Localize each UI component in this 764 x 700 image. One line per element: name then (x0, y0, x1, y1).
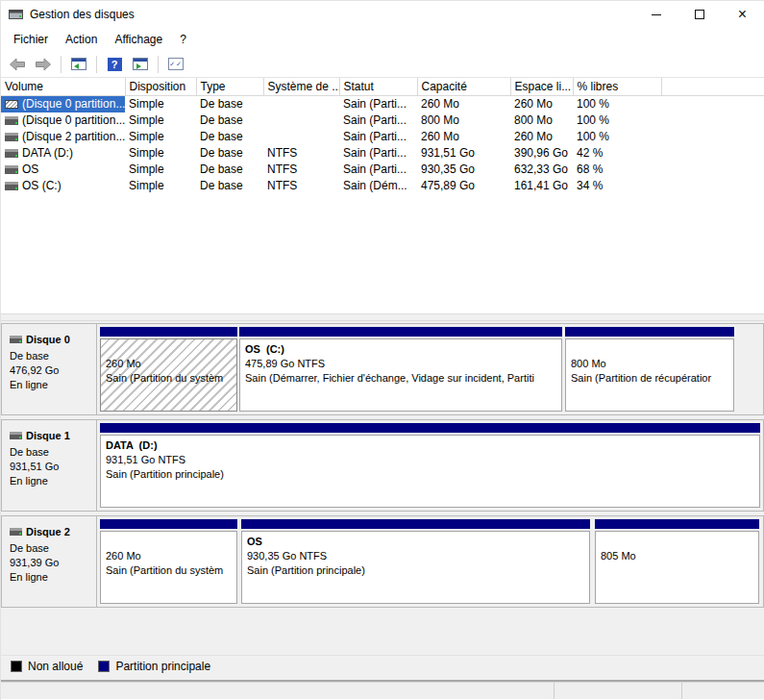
table-cell[interactable]: De base (196, 95, 263, 112)
column-header-espace-libre[interactable]: Espace li... (510, 78, 573, 95)
table-cell[interactable]: Sain (Dém... (339, 178, 417, 194)
table-cell[interactable]: 260 Mo (417, 129, 510, 145)
table-cell[interactable]: 100 % (573, 95, 661, 112)
column-header-disposition[interactable]: Disposition (125, 78, 196, 95)
table-cell[interactable]: Simple (125, 95, 196, 112)
partition-type-bar (241, 519, 590, 529)
table-cell[interactable]: NTFS (263, 145, 339, 162)
column-header-pct-libres[interactable]: % libres (573, 78, 661, 95)
table-row[interactable]: (Disque 2 partition... Simple De base Sa… (1, 129, 764, 145)
column-header-filesystem[interactable]: Système de ... (263, 78, 339, 95)
table-cell[interactable]: NTFS (263, 162, 339, 178)
disk-row-1: Disque 1 De base 931,51 Go En ligne DATA… (1, 419, 764, 512)
partition-name: DATA (D:) (106, 438, 759, 453)
disk-row-0: Disque 0 De base 476,92 Go En ligne 260 … (1, 323, 764, 415)
table-row[interactable]: OS Simple De base NTFS Sain (Parti... 93… (1, 162, 764, 178)
partition-size: 475,89 Go NTFS (245, 357, 561, 371)
volume-name-cell[interactable]: OS (C:) (1, 178, 125, 194)
menu-affichage[interactable]: Affichage (106, 30, 171, 49)
table-cell[interactable]: Simple (125, 129, 196, 145)
table-cell[interactable]: 632,33 Go (510, 162, 573, 178)
table-cell[interactable]: De base (196, 129, 263, 145)
table-cell[interactable]: Sain (Parti... (339, 112, 417, 129)
table-cell[interactable]: 100 % (573, 129, 661, 145)
table-cell[interactable]: Simple (125, 112, 196, 129)
table-cell[interactable]: 100 % (573, 112, 661, 129)
table-cell[interactable]: 260 Mo (510, 95, 573, 112)
table-cell[interactable]: 161,41 Go (510, 178, 573, 194)
table-cell[interactable]: 42 % (573, 145, 661, 162)
disk-2-header[interactable]: Disque 2 De base 931,39 Go En ligne (2, 516, 97, 607)
partition-type-bar (100, 327, 237, 337)
partition-type-bar (100, 423, 760, 433)
table-row[interactable]: (Disque 0 partition... Simple De base Sa… (1, 112, 764, 129)
table-cell[interactable]: Sain (Parti... (339, 129, 417, 145)
partition-block[interactable]: 260 Mo Sain (Partition du systèm (100, 327, 237, 412)
volume-name-cell[interactable]: DATA (D:) (1, 145, 125, 162)
table-cell[interactable]: Sain (Parti... (339, 95, 417, 112)
table-cell[interactable]: 930,35 Go (417, 162, 510, 178)
strip-separator (554, 683, 555, 699)
partition-block[interactable]: OS (C:) 475,89 Go NTFS Sain (Démarrer, F… (239, 327, 562, 412)
table-cell[interactable] (263, 129, 339, 145)
partition-status: Sain (Partition du systèm (106, 371, 236, 386)
column-header-volume[interactable]: Volume (1, 78, 125, 95)
volume-name-cell[interactable]: (Disque 0 partition... (1, 96, 125, 112)
table-cell[interactable]: 931,51 Go (417, 145, 510, 162)
disk-0-header[interactable]: Disque 0 De base 476,92 Go En ligne (2, 324, 97, 414)
table-row[interactable]: (Disque 0 partition... Simple De base Sa… (1, 95, 764, 112)
table-cell[interactable]: De base (196, 145, 263, 162)
menu-action[interactable]: Action (57, 30, 106, 49)
table-cell[interactable]: De base (196, 178, 263, 194)
show-console-tree-button[interactable] (68, 54, 89, 75)
toolbar-separator (158, 56, 159, 73)
table-cell[interactable]: Sain (Parti... (339, 145, 417, 162)
close-button[interactable]: × (721, 1, 764, 28)
table-cell[interactable]: NTFS (263, 178, 339, 194)
column-header-capacite[interactable]: Capacité (417, 78, 510, 95)
titlebar[interactable]: Gestion des disques × (1, 1, 764, 28)
table-cell[interactable]: Simple (125, 145, 196, 162)
back-button[interactable] (7, 54, 28, 75)
partition-block[interactable]: DATA (D:) 931,51 Go NTFS Sain (Partition… (100, 423, 760, 508)
table-cell[interactable] (263, 95, 339, 112)
partition-block[interactable]: 260 Mo Sain (Partition du systèm (100, 519, 237, 604)
properties-button[interactable]: ✓✓ (165, 54, 186, 75)
menu-fichier[interactable]: Fichier (5, 30, 57, 49)
volume-name-cell[interactable]: (Disque 2 partition... (1, 129, 125, 145)
partition-block[interactable]: 805 Mo (595, 519, 759, 604)
table-cell[interactable]: Sain (Parti... (339, 162, 417, 178)
table-cell[interactable]: 800 Mo (417, 112, 510, 129)
column-header-type[interactable]: Type (196, 78, 263, 95)
menu-help[interactable]: ? (171, 30, 195, 49)
maximize-button[interactable] (678, 1, 721, 28)
table-cell[interactable]: Simple (125, 178, 196, 194)
table-cell[interactable]: 800 Mo (510, 112, 573, 129)
volume-name-cell[interactable]: OS (1, 162, 125, 178)
table-cell[interactable] (263, 112, 339, 129)
table-cell[interactable]: 390,96 Go (510, 145, 573, 162)
column-header-statut[interactable]: Statut (339, 78, 417, 95)
disk-1-header[interactable]: Disque 1 De base 931,51 Go En ligne (2, 420, 97, 511)
help-button[interactable]: ? (104, 54, 125, 75)
volume-name-cell[interactable]: (Disque 0 partition... (1, 112, 125, 129)
table-cell[interactable]: 475,89 Go (417, 178, 510, 194)
table-cell[interactable]: Simple (125, 162, 196, 178)
table-cell[interactable]: 260 Mo (510, 129, 573, 145)
table-cell[interactable]: 260 Mo (417, 95, 510, 112)
disk-type: De base (10, 445, 96, 460)
pane-splitter[interactable] (1, 313, 764, 321)
table-row[interactable]: DATA (D:) Simple De base NTFS Sain (Part… (1, 145, 764, 162)
forward-button[interactable] (33, 54, 54, 75)
table-cell[interactable]: De base (196, 112, 263, 129)
partition-block[interactable]: 800 Mo Sain (Partition de récupératior (565, 327, 734, 412)
minimize-button[interactable] (634, 1, 678, 28)
toolbar: ? ✓✓ (1, 51, 764, 78)
primary-partition-swatch-icon (98, 661, 110, 672)
partition-block[interactable]: OS 930,35 Go NTFS Sain (Partition princi… (241, 519, 590, 604)
show-action-pane-button[interactable] (130, 54, 151, 75)
table-cell[interactable]: 68 % (573, 162, 661, 178)
table-cell[interactable]: De base (196, 162, 263, 178)
table-cell[interactable]: 34 % (573, 178, 661, 194)
table-row[interactable]: OS (C:) Simple De base NTFS Sain (Dém...… (1, 178, 764, 194)
